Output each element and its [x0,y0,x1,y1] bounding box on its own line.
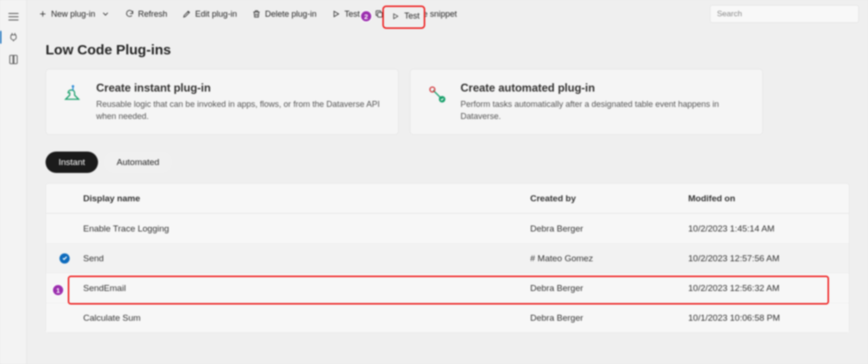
cell-by: Debra Berger [530,224,688,234]
new-plugin-label: New plug-in [51,9,95,19]
edit-plugin-button[interactable]: Edit plug-in [177,6,243,23]
cell-by: Debra Berger [530,283,688,293]
table-row[interactable]: SendEmail Debra Berger 10/2/2023 12:56:3… [46,273,849,303]
cell-mod: 10/2/2023 12:57:56 AM [688,253,846,264]
content-area: Low Code Plug-ins Create instant plug-in… [27,28,868,364]
refresh-label: Refresh [138,9,167,19]
col-display-name[interactable]: Display name [83,193,530,204]
table-row[interactable]: Enable Trace Logging Debra Berger 10/2/2… [46,213,849,243]
instant-card-title: Create instant plug-in [96,81,384,94]
new-plugin-button[interactable]: New plug-in [33,6,116,23]
page-title: Low Code Plug-ins [46,42,849,58]
delete-plugin-label: Delete plug-in [265,9,316,19]
trash-icon [252,9,261,19]
book-nav-icon[interactable] [8,54,19,65]
svg-point-2 [430,87,435,92]
copy-icon [375,9,384,19]
cell-mod: 10/2/2023 12:56:32 AM [688,283,846,293]
menu-icon[interactable] [8,13,19,20]
automated-card-title: Create automated plug-in [460,81,749,94]
table-row-selected[interactable]: Send # Mateo Gomez 10/2/2023 12:57:56 AM [46,243,849,273]
row-selected-check-icon[interactable] [59,253,70,264]
col-modified-on[interactable]: Modifed on [688,193,846,204]
instant-icon [60,81,86,107]
plugin-nav-icon[interactable] [8,32,19,43]
tab-group: Instant Automated [46,152,849,173]
refresh-icon [125,9,134,19]
tab-automated[interactable]: Automated [104,152,172,173]
edit-plugin-label: Edit plug-in [195,9,237,19]
command-bar: New plug-in Refresh Edit plug-in Delete … [27,0,868,28]
cell-mod: 10/1/2023 10:06:58 PM [688,313,846,323]
cell-name: Enable Trace Logging [83,224,530,234]
plugin-table: Display name Created by Modifed on Enabl… [46,183,849,333]
instant-card-desc: Reusable logic that can be invoked in ap… [96,98,384,122]
copy-snippet-label: Copy code snippet [388,9,457,19]
table-row[interactable]: Calculate Sum Debra Berger 10/1/2023 10:… [46,303,849,332]
delete-plugin-button[interactable]: Delete plug-in [246,6,322,23]
pencil-icon [182,9,191,19]
table-header-row: Display name Created by Modifed on [46,184,849,213]
automated-card-desc: Perform tasks automatically after a desi… [460,98,749,122]
create-automated-card[interactable]: Create automated plug-in Perform tasks a… [410,69,763,135]
play-icon [331,9,341,19]
automated-icon [424,81,450,107]
left-rail [0,0,27,364]
test-button[interactable]: Test [326,6,365,23]
cell-name: Send [83,253,530,264]
refresh-button[interactable]: Refresh [119,6,173,23]
cell-by: Debra Berger [530,313,688,323]
cell-by: # Mateo Gomez [530,253,688,264]
svg-rect-0 [378,13,382,17]
copy-snippet-button[interactable]: Copy code snippet [369,6,462,23]
create-instant-card[interactable]: Create instant plug-in Reusable logic th… [46,69,399,135]
svg-point-1 [72,85,74,87]
col-created-by[interactable]: Created by [530,193,688,204]
cell-name: SendEmail [83,283,530,293]
search-placeholder: Search [717,9,742,19]
test-label: Test [344,9,360,19]
cell-name: Calculate Sum [83,313,530,323]
plus-icon [38,9,47,19]
tab-instant[interactable]: Instant [46,152,98,173]
search-input[interactable]: Search [710,5,859,23]
cell-mod: 10/2/2023 1:45:14 AM [688,224,846,234]
chevron-down-icon [101,9,110,19]
